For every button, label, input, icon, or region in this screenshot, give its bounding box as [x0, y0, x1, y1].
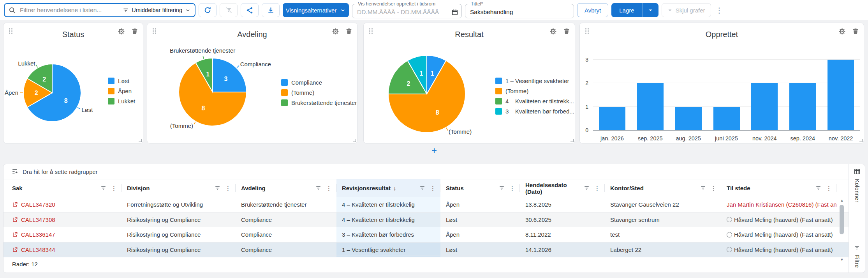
resize-handle[interactable]: [859, 139, 863, 142]
column-header-kontor_sted[interactable]: Kontor/Sted⋮: [605, 179, 721, 197]
cell-sak case-link[interactable]: CALL347320: [4, 197, 121, 212]
resize-handle[interactable]: [353, 139, 356, 142]
column-menu-icon[interactable]: ⋮: [594, 185, 600, 192]
column-header-avdeling[interactable]: Avdeling⋮: [236, 179, 336, 197]
cell-sak case-link[interactable]: CALL336147: [4, 227, 121, 242]
legend-item[interactable]: Compliance: [281, 79, 357, 86]
column-menu-icon[interactable]: ⋮: [430, 185, 436, 192]
column-header-hendelsesdato[interactable]: Hendelsesdato (Dato)⋮: [520, 179, 605, 197]
bar[interactable]: [751, 83, 778, 130]
legend-item[interactable]: 1 – Vesentlige svakheter: [495, 78, 574, 84]
filter-icon[interactable]: [700, 185, 706, 191]
bar[interactable]: [599, 107, 625, 130]
chart-legend: 1 – Vesentlige svakheter(Tomme)4 – Kvali…: [495, 78, 574, 115]
filter-icon[interactable]: [100, 185, 106, 191]
add-chart-button[interactable]: +: [428, 145, 440, 156]
table-row[interactable]: CALL347320Forretningsstøtte og Utvikling…: [4, 197, 849, 212]
more-menu-button[interactable]: ⋮: [714, 5, 725, 16]
column-label: Til stede: [727, 185, 750, 191]
title-field[interactable]: Tittel*: [465, 2, 574, 18]
date-range-field[interactable]: Vis henvendelser opprettet i tidsrom: [352, 2, 462, 18]
column-menu-icon[interactable]: ⋮: [509, 185, 515, 192]
column-menu-icon[interactable]: ⋮: [326, 185, 332, 192]
bar[interactable]: [675, 107, 702, 130]
bar[interactable]: [789, 83, 816, 130]
column-header-revisjonsresultat[interactable]: Revisjonsresultat↓⋮: [336, 179, 440, 197]
legend-item[interactable]: 4 – Kvaliteten er tilstrekk...: [495, 98, 574, 104]
table-row[interactable]: CALL336147Risikostyring og ComplianceCom…: [4, 227, 849, 243]
filter-icon[interactable]: [584, 185, 590, 191]
cancel-button[interactable]: Avbryt: [577, 3, 608, 17]
legend-swatch: [108, 88, 114, 94]
filter-icon: [854, 245, 860, 251]
cell-revisjonsresultat: 4 – Kvaliteten er tilstrekkelig: [336, 197, 440, 212]
scroll-down-icon[interactable]: ▼: [839, 258, 845, 262]
date-range-input[interactable]: [356, 8, 451, 16]
tab-filtre[interactable]: Filtre: [854, 255, 860, 268]
scroll-up-icon[interactable]: ▲: [839, 198, 845, 202]
tab-kolonner[interactable]: Kolonner: [854, 179, 860, 202]
column-header-sak[interactable]: Sak⋮: [4, 179, 121, 197]
filter-icon[interactable]: [215, 185, 220, 191]
side-panel: Kolonner Filtre: [849, 164, 865, 273]
chevron-down-icon: [667, 8, 673, 13]
filter-mode-selector[interactable]: Umiddelbar filtrering: [123, 7, 191, 13]
pie-value: 2: [42, 76, 46, 83]
filter-icon[interactable]: [419, 185, 425, 191]
view-options-button[interactable]: Visningsalternativer: [283, 3, 349, 17]
legend-item[interactable]: Åpen: [108, 88, 135, 94]
title-input[interactable]: [469, 8, 570, 16]
save-split-button: Lagre: [611, 3, 658, 17]
export-button[interactable]: [262, 3, 280, 17]
pie-callout-label: (Tomme): [170, 122, 193, 129]
chevron-down-icon: [340, 7, 346, 13]
filter-icon[interactable]: [315, 185, 321, 191]
bar[interactable]: [713, 107, 740, 130]
column-label: Hendelsesdato (Dato): [525, 182, 584, 195]
column-label: Kontor/Sted: [610, 185, 644, 191]
column-menu-icon[interactable]: ⋮: [711, 185, 717, 192]
chevron-down-icon: [648, 8, 653, 13]
resize-handle[interactable]: [570, 139, 574, 142]
refresh-button[interactable]: [199, 3, 217, 17]
column-menu-icon[interactable]: ⋮: [225, 185, 231, 192]
column-header-til_stede[interactable]: Til stede⋮: [721, 179, 836, 197]
chart-legend: Compliance(Tomme)Brukerstøttende tjenest…: [281, 79, 357, 106]
pie-value: 8: [202, 105, 205, 112]
search-box[interactable]: Umiddelbar filtrering: [4, 3, 195, 17]
table-row[interactable]: CALL347308Risikostyring og ComplianceCom…: [4, 212, 849, 228]
filter-icon[interactable]: [815, 185, 821, 191]
legend-item[interactable]: Lukket: [108, 98, 135, 104]
cell-sak case-link[interactable]: CALL347308: [4, 212, 121, 227]
share-button[interactable]: [241, 3, 259, 17]
bar[interactable]: [637, 83, 664, 130]
save-dropdown-button[interactable]: [642, 3, 658, 17]
row-group-icon: [11, 168, 18, 175]
column-header-status[interactable]: Status⋮: [440, 179, 520, 197]
legend-item[interactable]: (Tomme): [281, 89, 357, 96]
legend-swatch: [495, 108, 502, 115]
column-menu-icon[interactable]: ⋮: [111, 185, 117, 192]
legend-item[interactable]: (Tomme): [495, 88, 574, 94]
column-menu-icon[interactable]: ⋮: [826, 185, 832, 192]
filter-icon[interactable]: [499, 185, 505, 191]
cell-revisjonsresultat: 4 – Kvaliteten er tilstrekkelig: [336, 212, 440, 227]
legend-item[interactable]: Løst: [108, 78, 135, 84]
legend-item[interactable]: Brukerstøttende tjenester: [281, 99, 357, 106]
person-circle-icon: [727, 247, 732, 252]
calendar-icon[interactable]: [451, 9, 458, 16]
save-button[interactable]: Lagre: [611, 3, 642, 17]
x-tick-label: aug. 2025: [669, 135, 708, 142]
search-input[interactable]: [19, 6, 120, 14]
scroll-thumb[interactable]: [840, 205, 844, 234]
group-hint-label: Dra hit for å sette radgrupper: [23, 168, 98, 175]
column-header-divisjon[interactable]: Divisjon⋮: [121, 179, 236, 197]
sort-desc-icon[interactable]: ↓: [393, 185, 396, 191]
columns-icon[interactable]: [854, 168, 861, 175]
vertical-scrollbar[interactable]: ▲ ▼: [839, 198, 845, 262]
group-drop-zone[interactable]: Dra hit for å sette radgrupper: [4, 164, 849, 179]
legend-item[interactable]: 3 – Kvaliteten bør forbed...: [495, 108, 574, 115]
bar[interactable]: [828, 60, 854, 130]
resize-handle[interactable]: [139, 139, 142, 142]
cell-til-stede: Jan Martin Kristiansen (C260816) (Fast a…: [721, 197, 836, 212]
